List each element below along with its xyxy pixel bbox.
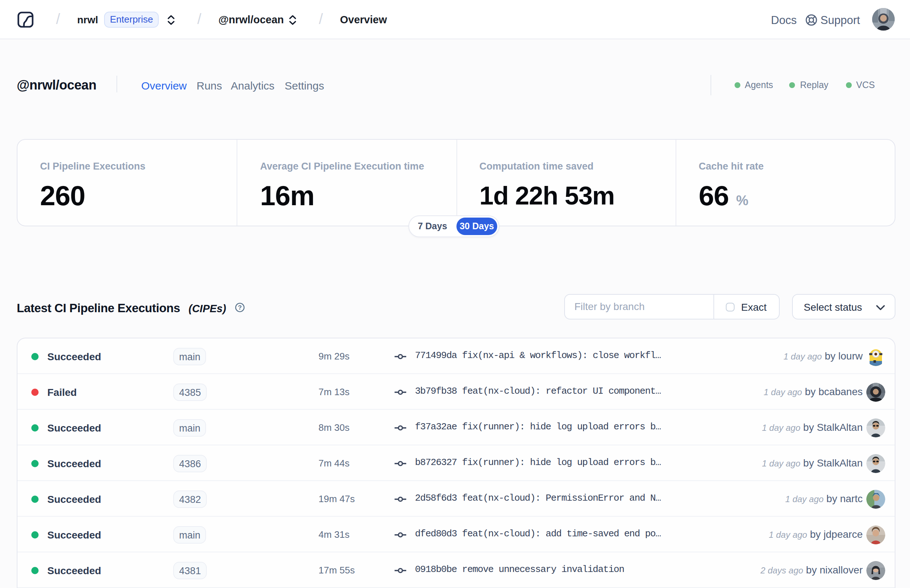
svg-text:?: ? (238, 304, 242, 311)
